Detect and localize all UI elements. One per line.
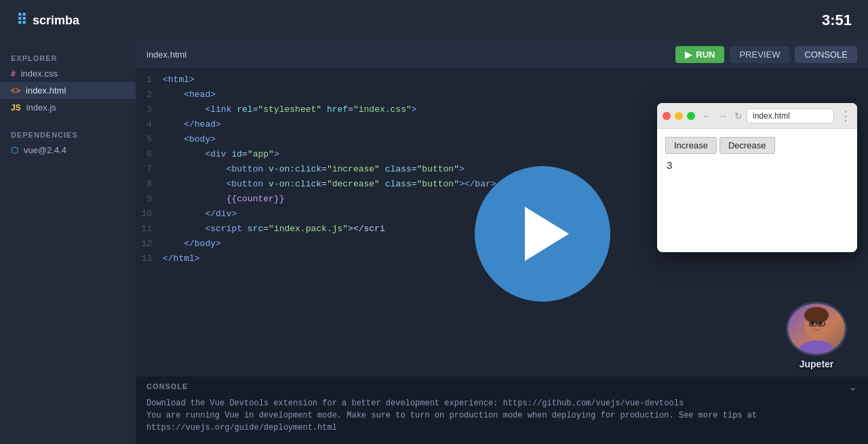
browser-minimize-dot[interactable]	[675, 112, 683, 120]
svg-point-4	[811, 322, 814, 325]
browser-back-icon[interactable]: ←	[702, 110, 711, 121]
user-avatar: Jupeter	[783, 302, 850, 369]
dep-icon: ⬡	[11, 145, 18, 155]
editor-actions: ▶ RUN PREVIEW CONSOLE	[675, 46, 857, 63]
console-line-2: You are running Vue in development mode.…	[146, 409, 857, 422]
browser-maximize-dot[interactable]	[687, 112, 695, 120]
html-file-icon: <>	[11, 86, 20, 96]
dependencies-label: DEPENDENCIES	[0, 125, 136, 142]
sidebar: EXPLORER # index.css <> index.html JS in…	[0, 41, 136, 444]
play-button[interactable]	[475, 166, 610, 302]
editor-filename: index.html	[146, 49, 186, 60]
code-line-2: 2 <head>	[136, 89, 868, 104]
logo: ⠿ scrimba	[16, 12, 79, 29]
timer: 3:51	[822, 12, 852, 29]
avatar-circle	[786, 302, 847, 356]
browser-forward-icon[interactable]: →	[718, 110, 728, 121]
svg-point-1	[797, 340, 835, 356]
sidebar-dep-vue[interactable]: ⬡ vue@2.4.4	[0, 142, 136, 159]
browser-increase-button[interactable]: Increase	[665, 137, 717, 154]
console-line-3: https://vuejs.org/guide/deployment.html	[146, 422, 857, 434]
run-button[interactable]: ▶ RUN	[675, 46, 724, 63]
dep-name: vue@2.4.4	[24, 145, 66, 155]
code-line-1: 1 <html>	[136, 75, 868, 89]
html-filename: index.html	[26, 85, 66, 96]
console-button[interactable]: CONSOLE	[795, 46, 857, 63]
play-icon	[525, 207, 569, 261]
css-file-icon: #	[11, 69, 16, 79]
svg-point-5	[819, 322, 823, 325]
console-label: CONSOLE	[146, 382, 188, 390]
sidebar-item-js[interactable]: JS index.js	[0, 99, 136, 116]
browser-counter: 3	[665, 159, 849, 171]
browser-decrease-button[interactable]: Decrease	[719, 137, 775, 154]
topbar: ⠿ scrimba 3:51	[0, 0, 868, 41]
browser-content: Increase Decrease 3	[657, 129, 857, 179]
browser-close-dot[interactable]	[663, 112, 671, 120]
main-layout: EXPLORER # index.css <> index.html JS in…	[0, 41, 868, 444]
svg-point-3	[804, 307, 829, 323]
browser-url-text: index.html	[753, 111, 790, 121]
browser-preview: ← → ↻ index.html ⋮ Increase Decrease 3	[657, 103, 857, 252]
browser-menu-icon[interactable]: ⋮	[840, 108, 852, 123]
preview-button[interactable]: PREVIEW	[730, 46, 789, 63]
sidebar-item-html[interactable]: <> index.html	[0, 82, 136, 99]
js-filename: index.js	[26, 102, 56, 113]
avatar-svg	[789, 302, 844, 356]
logo-icon: ⠿	[16, 12, 27, 29]
browser-url-bar[interactable]: index.html	[747, 108, 834, 123]
console-panel: CONSOLE ⌄ Download the Vue Devtools exte…	[136, 376, 868, 444]
browser-chrome: ← → ↻ index.html ⋮	[657, 103, 857, 129]
sidebar-item-css[interactable]: # index.css	[0, 65, 136, 82]
console-header: CONSOLE ⌄	[136, 377, 868, 396]
logo-text: scrimba	[33, 14, 79, 28]
console-output: Download the Vue Devtools extension for …	[136, 396, 868, 435]
run-label: RUN	[696, 49, 715, 60]
avatar-name: Jupeter	[800, 359, 834, 369]
editor-topbar: index.html ▶ RUN PREVIEW CONSOLE	[136, 41, 868, 69]
js-file-icon: JS	[11, 103, 21, 113]
browser-btn-row: Increase Decrease	[665, 137, 849, 154]
editor-area: index.html ▶ RUN PREVIEW CONSOLE 1 <html…	[136, 41, 868, 444]
css-filename: index.css	[21, 68, 58, 79]
explorer-label: EXPLORER	[0, 49, 136, 65]
browser-refresh-icon[interactable]: ↻	[734, 110, 743, 121]
code-editor[interactable]: 1 <html> 2 <head> 3 <link rel="styleshee…	[136, 69, 868, 376]
console-line-1: Download the Vue Devtools extension for …	[146, 397, 857, 409]
console-expand-icon[interactable]: ⌄	[848, 380, 857, 393]
run-icon: ▶	[685, 49, 692, 60]
